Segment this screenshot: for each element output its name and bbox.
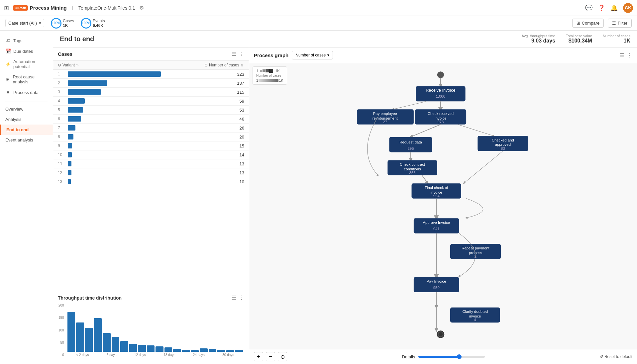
col-number-cases-header[interactable]: ⊙ Number of cases ⇅ (204, 63, 244, 67)
target-button[interactable]: ⊙ (278, 352, 287, 361)
table-row[interactable]: 10 14 (53, 150, 249, 159)
avatar[interactable]: GK (623, 3, 633, 13)
svg-text:conditions: conditions (404, 167, 421, 171)
row-number: 1 (58, 72, 68, 76)
svg-text:Repeat payment: Repeat payment (462, 246, 489, 250)
sidebar-item-due-dates[interactable]: 📅 Due dates (0, 46, 53, 56)
row-number: 11 (58, 161, 68, 166)
legend-bar-1 (260, 70, 262, 72)
table-row[interactable]: 1 323 (53, 70, 249, 79)
graph-controls: ☰ ⋮ (620, 52, 632, 58)
row-bar (68, 116, 81, 122)
row-bar (68, 170, 71, 175)
sidebar-item-analysis[interactable]: Analysis (0, 114, 53, 125)
graph-title: Process graph (254, 52, 288, 58)
svg-text:4: 4 (474, 318, 476, 322)
help-icon[interactable]: ❓ (598, 4, 605, 12)
tags-label: Tags (13, 38, 22, 43)
svg-text:954: 954 (433, 194, 440, 198)
sidebar-item-event-analysis[interactable]: Event analysis (0, 135, 53, 145)
graph-more-icon[interactable]: ⋮ (627, 52, 632, 58)
svg-text:Checked and: Checked and (492, 138, 514, 142)
reset-default-button[interactable]: ↺ Reset to default (600, 354, 632, 359)
bell-icon[interactable]: 🔔 (610, 4, 618, 12)
cases-panel-controls: ☰ ⋮ (232, 51, 244, 57)
filter-button[interactable]: ☰ Filter (608, 19, 632, 28)
tp-bar (164, 347, 172, 352)
throughput-chart-area: 200150100500 < 2 days6 days12 days18 day… (58, 304, 244, 357)
more-ctrl-icon[interactable]: ⋮ (239, 51, 244, 57)
gear-icon[interactable]: ⚙ (139, 5, 144, 11)
sidebar-item-root-cause[interactable]: ⊞ Root cause analysis (0, 72, 53, 87)
stat-throughput-label: Avg. throughput time (522, 34, 555, 38)
process-graph-panel: Process graph Number of cases ▾ ☰ ⋮ 1 (249, 47, 637, 364)
table-row[interactable]: 8 20 (53, 133, 249, 141)
chevron-down-icon: ▾ (327, 53, 329, 57)
sidebar-item-automation[interactable]: ⚡ Automation potential (0, 56, 53, 72)
table-row[interactable]: 3 115 (53, 88, 249, 97)
reset-icon: ↺ (600, 354, 603, 359)
table-row[interactable]: 9 15 (53, 141, 249, 150)
row-number: 10 (58, 152, 68, 157)
number-of-cases-dropdown[interactable]: Number of cases ▾ (292, 51, 333, 59)
zoom-in-button[interactable]: + (254, 352, 263, 361)
row-number: 9 (58, 143, 68, 148)
automation-icon: ⚡ (5, 61, 11, 67)
sidebar-item-end-to-end[interactable]: End to end (0, 125, 53, 135)
filter-ctrl-icon[interactable]: ☰ (232, 51, 236, 57)
slider-thumb[interactable] (457, 354, 462, 359)
row-bar (68, 179, 71, 184)
filter-bar-right: ⊞ Compare ☰ Filter (572, 19, 632, 28)
events-label: Events (93, 19, 105, 23)
row-value: 10 (228, 179, 244, 184)
table-row[interactable]: 5 53 (53, 106, 249, 115)
svg-text:950: 950 (433, 286, 440, 290)
tp-bar-wrap (67, 312, 75, 352)
table-row[interactable]: 11 13 (53, 159, 249, 168)
app-grid-icon[interactable]: ⊞ (4, 4, 9, 12)
table-row[interactable]: 4 59 (53, 97, 249, 106)
svg-text:process: process (469, 251, 482, 255)
table-row[interactable]: 7 26 (53, 124, 249, 133)
sidebar-item-overview[interactable]: Overview (0, 104, 53, 114)
reset-label: Reset to default (604, 354, 632, 359)
throughput-more-icon[interactable]: ⋮ (239, 295, 244, 301)
table-row[interactable]: 2 137 (53, 79, 249, 88)
loop-arrow-2 (368, 117, 378, 175)
content-area: End to end Avg. throughput time 9.03 day… (53, 31, 637, 364)
stat-throughput-value: 9.03 days (531, 38, 555, 44)
row-bar-area (68, 98, 228, 104)
zoom-out-button[interactable]: − (266, 352, 275, 361)
table-row[interactable]: 13 10 (53, 177, 249, 186)
tp-bar-wrap (209, 349, 217, 352)
tp-bar (147, 345, 155, 352)
cases-label: Cases (63, 19, 74, 23)
automation-label: Automation potential (13, 59, 48, 69)
arrow-to-request-data (411, 125, 441, 137)
tp-bar (120, 341, 128, 352)
compare-button[interactable]: ⊞ Compare (572, 19, 604, 28)
sidebar-item-tags[interactable]: 🏷 Tags (0, 35, 53, 46)
sidebar-item-process-data[interactable]: ≡ Process data (0, 87, 53, 98)
table-row[interactable]: 12 13 (53, 168, 249, 177)
tp-bar-wrap (112, 337, 120, 352)
x-label: < 2 days (76, 353, 89, 357)
variant-icon: ⊙ (58, 63, 61, 67)
legend-gradient (259, 79, 278, 82)
row-bar (68, 107, 83, 113)
x-label: 6 days (107, 353, 116, 357)
throughput-filter-icon[interactable]: ☰ (232, 295, 236, 301)
chat-icon[interactable]: 💬 (585, 4, 592, 12)
tp-bar-wrap (173, 349, 181, 352)
table-row[interactable]: 6 46 (53, 115, 249, 124)
loop-arrow-3 (466, 199, 483, 218)
slider-track[interactable] (418, 356, 485, 358)
end-to-end-label: End to end (6, 127, 29, 132)
graph-filter-icon[interactable]: ☰ (620, 52, 624, 58)
legend-max: 1K (275, 69, 279, 73)
row-value: 15 (228, 143, 244, 148)
case-start-dropdown[interactable]: Case start (All) ▾ (5, 19, 44, 27)
col-variant-header[interactable]: ⊙ Variant ⇅ (58, 63, 79, 67)
filter-icon: ☰ (612, 21, 616, 26)
case-start-label: Case start (All) (8, 21, 37, 26)
